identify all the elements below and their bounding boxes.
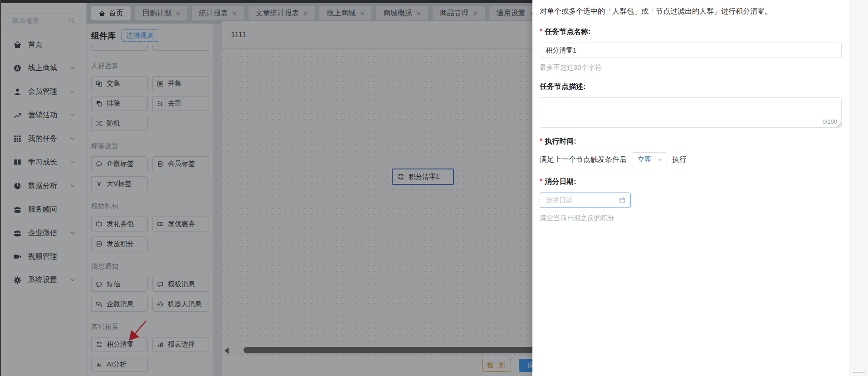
node-name-input[interactable]	[540, 43, 842, 58]
node-desc-textarea[interactable]	[540, 97, 842, 128]
calendar-icon	[619, 197, 626, 204]
execute-time-row: 满足上一个节点触发条件后 立即 执行	[540, 152, 842, 167]
drawer-right-rail	[849, 0, 868, 376]
node-config-drawer: 对单个或多个选中的「人群包」或「节点过滤出的人群」进行积分清零。 *任务节点名称…	[532, 0, 868, 376]
date-field-label: *消分日期:	[540, 177, 842, 187]
rail-handle[interactable]	[853, 372, 865, 373]
name-hint: 最多不超过30个字符	[540, 63, 842, 72]
chevron-down-icon	[657, 157, 663, 163]
desc-textarea-wrap: 0/100	[540, 97, 842, 128]
char-counter: 0/100	[820, 118, 837, 125]
drawer-content: 对单个或多个选中的「人群包」或「节点过滤出的人群」进行积分清零。 *任务节点名称…	[532, 0, 849, 376]
clear-date-input[interactable]: 选择日期	[540, 193, 631, 208]
resize-handle-icon[interactable]	[837, 123, 841, 127]
required-asterisk: *	[540, 28, 542, 35]
time-suffix-text: 执行	[672, 155, 687, 164]
time-field-label: *执行时间:	[540, 137, 842, 146]
required-asterisk: *	[540, 178, 542, 185]
date-placeholder: 选择日期	[546, 196, 619, 205]
time-prefix-text: 满足上一个节点触发条件后	[540, 155, 627, 164]
required-asterisk: *	[540, 137, 542, 145]
date-hint: 清空当前日期之前的积分	[540, 214, 842, 222]
name-field-label: *任务节点名称:	[540, 27, 842, 37]
execute-time-select[interactable]: 立即	[632, 152, 667, 167]
select-value: 立即	[638, 155, 657, 164]
desc-field-label: 任务节点描述:	[540, 82, 842, 92]
node-description-text: 对单个或多个选中的「人群包」或「节点过滤出的人群」进行积分清零。	[540, 7, 842, 16]
